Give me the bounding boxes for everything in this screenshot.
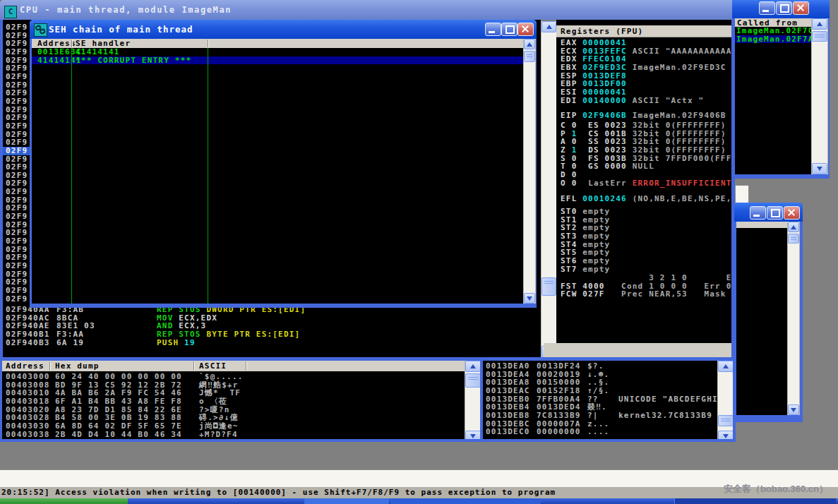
empty-window-body[interactable] (736, 228, 787, 415)
scroll-up-icon[interactable] (541, 21, 556, 32)
status-bar: 20:15:52] Access violation when writing … (0, 487, 838, 498)
taskbar[interactable] (0, 498, 838, 504)
close-button[interactable] (793, 1, 809, 15)
called-from-window: Called from ImageMan.02F7C8ImageMan.02F7… (732, 0, 830, 179)
scroll-down-icon[interactable] (524, 293, 535, 304)
register-eip: EIP 02F9406B ImageMan.02F9406B (561, 112, 731, 120)
watermark: 安全客（bobao.360.cn） (724, 483, 828, 496)
empty-list-window (734, 203, 803, 422)
seh-column-header[interactable]: Address SE handler (32, 39, 523, 49)
register-line: EIP 02F9406B ImageMan.02F9406B (561, 112, 731, 120)
fpu-stack-registers: ST0 emptyST1 emptyST2 emptyST3 emptyST4 … (561, 208, 731, 273)
close-button[interactable] (784, 206, 800, 220)
called-from-row[interactable]: ImageMan.02F7C8 (735, 27, 811, 35)
fpu-control-registers: 3 2 1 0 E SFST 4000 Cond 1 0 0 0 Err 0 0… (561, 274, 731, 299)
fpu-control-line: FCW 027F Prec NEAR,53 Mask 1 (561, 290, 731, 299)
called-from-row[interactable]: ImageMan.02F7AC (735, 35, 811, 44)
scroll-down-icon[interactable] (788, 404, 799, 415)
window-fragment (735, 185, 749, 203)
bottom-windows-border (0, 439, 736, 442)
stack-window-border-right (733, 357, 736, 442)
registers-pane[interactable]: Registers (FPU) EAX 00000041ECX 0013FEFC… (556, 20, 731, 343)
minimize-button[interactable] (759, 1, 775, 15)
stack-scroll-thumb[interactable] (718, 415, 734, 426)
dump-scrollbar[interactable] (465, 361, 481, 442)
stack-window: 0013DEA00013DF24$?.0013DEA400020019↓.☻.0… (480, 357, 736, 442)
disasm-scroll-thumb[interactable] (541, 277, 556, 296)
command-bar[interactable] (0, 469, 838, 488)
seh-row[interactable]: 41414141*** CORRUPT ENTRY *** (32, 56, 523, 65)
dump-row[interactable]: 004030306A 8D 64 02 DF 5F 65 7Ej尚◘逢e~ (2, 422, 465, 431)
stack-row[interactable]: 0013DEB87C8133B9?|kernel32.7C8133B9 (483, 412, 717, 420)
register-line: EFL 00010246 (NO,NB,E,BE,NS,PE,GE,LE) (561, 195, 731, 203)
minimize-button[interactable] (750, 206, 766, 220)
empty-window-scroll-thumb[interactable] (788, 234, 799, 244)
stack-row[interactable]: 0013DEAC00152F18↑/§. (483, 387, 717, 395)
seh-chain-icon (34, 23, 47, 37)
register-efl: EFL 00010246 (NO,NB,E,BE,NS,PE,GE,LE) (561, 195, 731, 203)
seh-chain-window: SEH chain of main thread Address SE hand… (30, 20, 537, 308)
scroll-up-icon[interactable] (465, 361, 481, 372)
maximize-button[interactable] (501, 23, 517, 36)
dump-col-address[interactable]: Address (6, 361, 44, 371)
status-message: 20:15:52] Access violation when writing … (1, 488, 556, 497)
dump-row[interactable]: 004030382B 4D D4 10 44 B0 46 34+M?D?F4 (2, 431, 465, 439)
dump-col-hex[interactable]: Hex dump (55, 361, 100, 371)
start-button[interactable] (0, 498, 128, 504)
register-line: EDI 00140000 ASCII "Actx " (561, 97, 731, 105)
disasm-line[interactable]: 02F940B36A 19PUSH 19 (3, 339, 541, 347)
stack-row[interactable]: 0013DEC000000000.... (483, 428, 717, 436)
taskbar-button[interactable] (390, 498, 541, 504)
seh-grid-line (208, 48, 208, 304)
seh-row[interactable]: 0013E63C41414141 (32, 48, 523, 56)
cpu-window-bottom-face (544, 343, 731, 357)
cpu-icon: C (4, 6, 17, 18)
called-from-list[interactable]: ImageMan.02F7C8ImageMan.02F7AC (735, 27, 811, 174)
seh-col-address[interactable]: Address (37, 39, 76, 48)
scroll-up-icon[interactable] (788, 222, 799, 232)
seh-scrollbar[interactable] (523, 39, 536, 304)
dump-row[interactable]: 0040300060 24 40 00 00 00 00 00`$@..... (2, 373, 465, 381)
dump-row[interactable]: 004030186F A1 B4 BB 43 A8 FE F8o 〈莅 (2, 397, 465, 406)
empty-window-scrollbar[interactable] (787, 222, 800, 415)
taskbar-button[interactable] (304, 498, 389, 504)
maximize-button[interactable] (767, 206, 783, 220)
scroll-down-icon[interactable] (812, 163, 827, 174)
scroll-up-icon[interactable] (718, 361, 734, 372)
scroll-up-icon[interactable] (524, 39, 535, 49)
olly-debugger-screen: C CPU - main thread, module ImageMan 02F… (0, 0, 838, 504)
register-flags: C 0 ES 0023 32bit 0(FFFFFFFF)P 1 CS 001B… (561, 121, 731, 187)
scroll-up-icon[interactable] (812, 18, 827, 30)
maximize-button[interactable] (776, 1, 792, 15)
dump-scroll-thumb[interactable] (465, 373, 481, 388)
disasm-scrollbar[interactable] (541, 21, 557, 357)
disasm-line[interactable]: 02F940B1F3:AAREP STOS BYTE PTR ES:[EDI] (3, 330, 541, 339)
stack-list[interactable]: 0013DEA00013DF24$?.0013DEA400020019↓.☻.0… (483, 361, 717, 442)
minimize-button[interactable] (485, 23, 501, 36)
disasm-lines: 02F940AAF3:ABREP STOS DWORD PTR ES:[EDI]… (3, 306, 541, 357)
stack-row[interactable]: 0013DEA00013DF24$?. (483, 362, 717, 371)
registers-header: Registers (FPU) (556, 25, 731, 37)
cpu-window-title: CPU - main thread, module ImageMan (20, 5, 232, 15)
dump-column-header[interactable]: Address Hex dump ASCII (2, 361, 465, 372)
seh-grid-line (71, 48, 72, 304)
seh-col-handler[interactable]: SE handler (76, 39, 131, 48)
seh-window-title: SEH chain of main thread (49, 24, 193, 35)
close-button[interactable] (517, 23, 534, 36)
registers-title: Registers (FPU) (561, 27, 643, 36)
system-tray[interactable] (674, 498, 836, 504)
flag-line: T 0 GS 0000 NULL (561, 162, 731, 171)
dump-col-ascii[interactable]: ASCII (199, 361, 227, 371)
registers-general: EAX 00000041ECX 0013FEFC ASCII "AAAAAAAA… (561, 39, 731, 104)
flag-line: O 0 LastErr ERROR_INSUFFICIENT_BUFFER (0… (561, 179, 731, 188)
called-from-scroll-thumb[interactable] (812, 31, 827, 42)
fpu-register-line: ST7 empty (561, 265, 731, 274)
seh-list[interactable]: 0013E63C4141414141414141*** CORRUPT ENTR… (32, 48, 523, 304)
dump-window: Address Hex dump ASCII 0040300060 24 40 … (0, 357, 483, 442)
dump-list[interactable]: 0040300060 24 40 00 00 00 00 00`$@.....0… (2, 371, 465, 442)
called-from-scrollbar[interactable] (811, 18, 828, 174)
seh-scroll-thumb[interactable] (524, 51, 535, 62)
stack-scrollbar[interactable] (717, 361, 734, 442)
